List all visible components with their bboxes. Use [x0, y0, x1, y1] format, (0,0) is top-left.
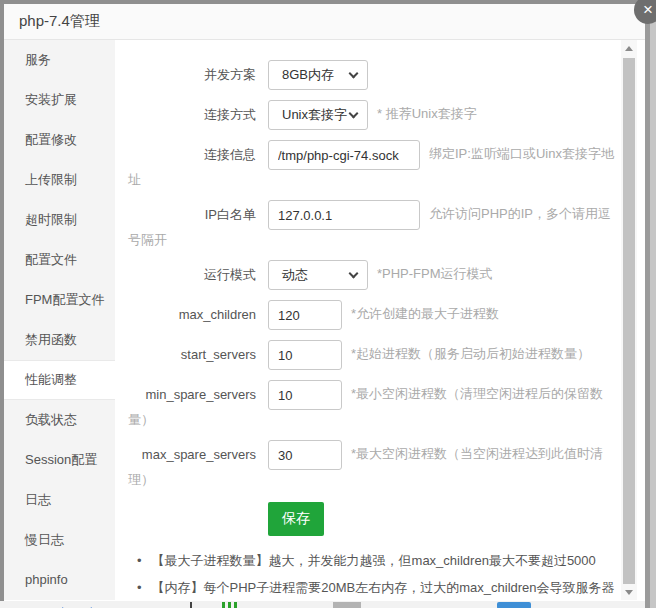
sidebar-item-performance-tuning[interactable]: 性能调整 [4, 360, 115, 400]
max-children-input[interactable] [268, 300, 342, 330]
form-row-run-mode: 运行模式动态*PHP-FPM运行模式 [128, 260, 621, 290]
sidebar-item-slow-log[interactable]: 慢日志 [4, 520, 115, 560]
tip-item: •【内存】每个PHP子进程需要20MB左右内存，过大的max_children会… [128, 577, 621, 600]
php-manage-dialog: php-7.4管理 服务安装扩展配置修改上传限制超时限制配置文件FPM配置文件禁… [4, 4, 645, 601]
form-row-connect-type: 连接方式Unix套接字* 推荐Unix套接字 [128, 100, 621, 130]
background-fragment [190, 602, 192, 608]
sidebar-item-disabled-functions[interactable]: 禁用函数 [4, 320, 115, 360]
concurrency-plan-select[interactable]: 8GB内存 [268, 60, 368, 90]
field-label: IP白名单 [128, 205, 256, 225]
select-value: 8GB内存 [282, 67, 334, 82]
sidebar-item-service[interactable]: 服务 [4, 40, 115, 80]
screen: php-7.4管理 服务安装扩展配置修改上传限制超时限制配置文件FPM配置文件禁… [0, 0, 656, 608]
tip-text: 【最大子进程数量】越大，并发能力越强，但max_children最大不要超过50… [152, 553, 596, 568]
run-mode-select[interactable]: 动态 [268, 260, 368, 290]
sidebar-item-load-status[interactable]: 负载状态 [4, 400, 115, 440]
connect-type-select[interactable]: Unix套接字 [268, 100, 368, 130]
tips-list: •【最大子进程数量】越大，并发能力越强，但max_children最大不要超过5… [128, 550, 621, 600]
close-icon: × [643, 0, 653, 20]
dialog-titlebar: php-7.4管理 [4, 4, 645, 40]
background-fragment [497, 602, 531, 608]
form-row-start-servers: start_servers*起始进程数（服务启动后初始进程数量） [128, 340, 621, 370]
chevron-down-icon [349, 109, 359, 119]
tip-item: •【最大子进程数量】越大，并发能力越强，但max_children最大不要超过5… [128, 550, 621, 572]
field-note: * 推荐Unix套接字 [377, 106, 477, 121]
field-label: 运行模式 [128, 265, 256, 285]
sidebar-item-phpinfo[interactable]: phpinfo [4, 560, 115, 600]
field-label: min_spare_servers [128, 385, 256, 405]
scrollbar-up-icon[interactable] [625, 46, 633, 51]
scrollbar-thumb[interactable] [623, 58, 635, 584]
field-label: max_spare_servers [128, 445, 256, 465]
connect-info-input[interactable] [268, 140, 420, 170]
max-spare-servers-input[interactable] [268, 440, 342, 470]
performance-form: 并发方案8GB内存连接方式Unix套接字* 推荐Unix套接字连接信息绑定IP:… [128, 60, 621, 490]
sidebar-item-install-extension[interactable]: 安装扩展 [4, 80, 115, 120]
field-label: max_children [128, 305, 256, 325]
select-value: Unix套接字 [282, 107, 347, 122]
background-fragment [333, 602, 361, 608]
select-value: 动态 [282, 267, 308, 282]
field-note: *允许创建的最大子进程数 [351, 306, 499, 321]
background-page-strip [0, 601, 645, 608]
dialog-title: php-7.4管理 [19, 12, 100, 31]
form-row-connect-info: 连接信息绑定IP:监听端口或Uinx套接字地址 [128, 140, 621, 190]
dialog-scrollbar[interactable] [621, 40, 637, 600]
sidebar-item-config-edit[interactable]: 配置修改 [4, 120, 115, 160]
dialog-body: 服务安装扩展配置修改上传限制超时限制配置文件FPM配置文件禁用函数性能调整负载状… [4, 40, 645, 600]
form-row-max-spare-servers: max_spare_servers*最大空闲进程数（当空闲进程达到此值时清理） [128, 440, 621, 490]
form-row-min-spare-servers: min_spare_servers*最小空闲进程数（清理空闲进程后的保留数量） [128, 380, 621, 430]
field-label: 连接方式 [128, 105, 256, 125]
chevron-down-icon [349, 69, 359, 79]
content-panel: 并发方案8GB内存连接方式Unix套接字* 推荐Unix套接字连接信息绑定IP:… [115, 40, 645, 600]
sidebar-item-log[interactable]: 日志 [4, 480, 115, 520]
field-label: 连接信息 [128, 145, 256, 165]
chevron-down-icon [349, 269, 359, 279]
field-label: 并发方案 [128, 65, 256, 85]
form-row-max-children: max_children*允许创建的最大子进程数 [128, 300, 621, 330]
background-fragment [62, 602, 92, 608]
bullet-icon: • [137, 553, 142, 568]
background-fragment [222, 602, 237, 608]
sidebar-item-upload-limit[interactable]: 上传限制 [4, 160, 115, 200]
sidebar: 服务安装扩展配置修改上传限制超时限制配置文件FPM配置文件禁用函数性能调整负载状… [4, 40, 115, 600]
field-note: *起始进程数（服务启动后初始进程数量） [351, 346, 590, 361]
sidebar-item-timeout-limit[interactable]: 超时限制 [4, 200, 115, 240]
bullet-icon: • [137, 580, 142, 595]
field-label: start_servers [128, 345, 256, 365]
sidebar-item-fpm-config-file[interactable]: FPM配置文件 [4, 280, 115, 320]
window-edge [650, 0, 656, 608]
ip-whitelist-input[interactable] [268, 200, 420, 230]
min-spare-servers-input[interactable] [268, 380, 342, 410]
sidebar-item-config-file[interactable]: 配置文件 [4, 240, 115, 280]
sidebar-item-session-config[interactable]: Session配置 [4, 440, 115, 480]
save-button[interactable]: 保存 [268, 502, 324, 536]
form-row-concurrency-plan: 并发方案8GB内存 [128, 60, 621, 90]
field-note: *PHP-FPM运行模式 [377, 266, 493, 281]
scrollbar-down-icon[interactable] [625, 590, 633, 595]
start-servers-input[interactable] [268, 340, 342, 370]
form-row-ip-whitelist: IP白名单允许访问PHP的IP，多个请用逗号隔开 [128, 200, 621, 250]
tip-text: 【内存】每个PHP子进程需要20MB左右内存，过大的max_children会导… [128, 580, 615, 600]
